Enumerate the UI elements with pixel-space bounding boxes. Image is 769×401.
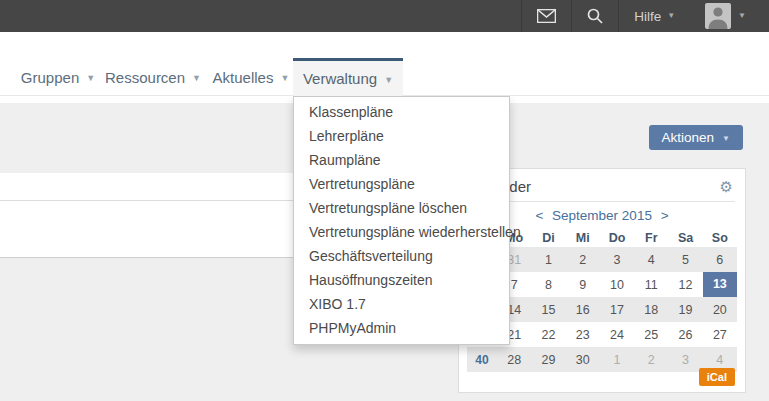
calendar-day[interactable]: 4: [634, 253, 668, 267]
chevron-down-icon: ▼: [86, 73, 95, 83]
topbar: Hilfe ▼ ▼: [0, 0, 769, 32]
chevron-down-icon: ▼: [667, 12, 675, 20]
verwaltung-dropdown: KlassenpläneLehrerpläneRaumpläneVertretu…: [293, 96, 510, 345]
week-number[interactable]: 40: [467, 353, 497, 367]
weekday-label: Do: [600, 231, 634, 245]
calendar-day[interactable]: 15: [531, 303, 565, 317]
weekday-label: Fr: [634, 231, 668, 245]
navbar: Gruppen ▼ Ressourcen ▼ Aktuelles ▼ Verwa…: [0, 32, 769, 96]
dropdown-item[interactable]: Vertretungspläne wiederherstellen: [294, 220, 509, 244]
app-window: Hilfe ▼ ▼ Gruppen ▼ Ressourcen ▼ Aktuell…: [0, 0, 769, 401]
nav-item-label: Aktuelles: [213, 69, 274, 86]
dropdown-item[interactable]: PHPMyAdmin: [294, 316, 509, 340]
dropdown-item[interactable]: Geschäftsverteilung: [294, 244, 509, 268]
search-icon: [587, 8, 603, 24]
month-label: September 2015: [552, 208, 652, 223]
nav-item-verwaltung[interactable]: Verwaltung ▼: [293, 58, 403, 96]
calendar-day[interactable]: 1: [600, 353, 634, 367]
calendar-day[interactable]: 6: [703, 253, 737, 267]
calendar-day[interactable]: 25: [634, 328, 668, 342]
calendar-day[interactable]: 19: [668, 303, 702, 317]
calendar-week-row: 402829301234: [467, 347, 737, 372]
help-label: Hilfe: [634, 9, 661, 24]
calendar-day[interactable]: 22: [531, 328, 565, 342]
nav-item-ressourcen[interactable]: Ressourcen ▼: [104, 58, 202, 96]
ical-button[interactable]: iCal: [699, 368, 735, 386]
user-menu[interactable]: ▼: [690, 0, 761, 32]
search-button[interactable]: [571, 0, 618, 32]
mail-button[interactable]: [521, 0, 571, 32]
calendar-footer: iCal: [699, 367, 735, 386]
calendar-day-selected[interactable]: 13: [703, 272, 737, 297]
help-menu[interactable]: Hilfe ▼: [618, 0, 690, 32]
chevron-down-icon: ▼: [192, 73, 201, 83]
avatar: [705, 3, 731, 29]
weekday-label: Mi: [566, 231, 600, 245]
topbar-actions: Hilfe ▼ ▼: [521, 0, 761, 32]
calendar-day[interactable]: 9: [566, 278, 600, 292]
calendar-day[interactable]: 18: [634, 303, 668, 317]
gear-icon[interactable]: ⚙: [720, 179, 733, 194]
chevron-down-icon: ▼: [280, 73, 289, 83]
calendar-day[interactable]: 5: [668, 253, 702, 267]
mail-icon: [537, 9, 556, 23]
nav-item-label: Ressourcen: [105, 69, 185, 86]
prev-month-button[interactable]: <: [535, 208, 543, 223]
calendar-day[interactable]: 2: [566, 253, 600, 267]
dropdown-item[interactable]: Klassenpläne: [294, 100, 509, 124]
nav-item-label: Verwaltung: [303, 70, 377, 87]
next-month-button[interactable]: >: [661, 208, 669, 223]
calendar-day[interactable]: 3: [600, 253, 634, 267]
calendar-day[interactable]: 23: [566, 328, 600, 342]
calendar-day[interactable]: 27: [703, 328, 737, 342]
weekday-label: So: [703, 231, 737, 245]
weekday-label: Di: [531, 231, 565, 245]
calendar-day[interactable]: 29: [531, 353, 565, 367]
dropdown-item[interactable]: Vertretungspläne löschen: [294, 196, 509, 220]
calendar-day[interactable]: 16: [566, 303, 600, 317]
aktionen-button[interactable]: Aktionen ▼: [649, 125, 743, 150]
dropdown-item[interactable]: Hausöffnungszeiten: [294, 268, 509, 292]
calendar-day[interactable]: 17: [600, 303, 634, 317]
dropdown-item[interactable]: XIBO 1.7: [294, 292, 509, 316]
chevron-down-icon: ▼: [722, 134, 730, 143]
calendar-day[interactable]: 4: [703, 353, 737, 367]
calendar-day[interactable]: 10: [600, 278, 634, 292]
calendar-day[interactable]: 2: [634, 353, 668, 367]
calendar-day[interactable]: 8: [531, 278, 565, 292]
calendar-day[interactable]: 1: [531, 253, 565, 267]
nav-item-gruppen[interactable]: Gruppen ▼: [14, 58, 102, 96]
calendar-day[interactable]: 28: [497, 353, 531, 367]
calendar-day[interactable]: 26: [668, 328, 702, 342]
calendar-day[interactable]: 12: [668, 278, 702, 292]
chevron-down-icon: ▼: [738, 12, 746, 20]
nav-item-aktuelles[interactable]: Aktuelles ▼: [208, 58, 294, 96]
weekday-label: Sa: [668, 231, 702, 245]
chevron-down-icon: ▼: [384, 75, 393, 85]
aktionen-label: Aktionen: [662, 130, 715, 145]
nav-item-label: Gruppen: [21, 69, 79, 86]
dropdown-item[interactable]: Lehrerpläne: [294, 124, 509, 148]
calendar-day[interactable]: 3: [668, 353, 702, 367]
calendar-day[interactable]: 24: [600, 328, 634, 342]
dropdown-item[interactable]: Vertretungspläne: [294, 172, 509, 196]
dropdown-item[interactable]: Raumpläne: [294, 148, 509, 172]
calendar-day[interactable]: 11: [634, 278, 668, 292]
calendar-day[interactable]: 30: [566, 353, 600, 367]
calendar-day[interactable]: 20: [703, 303, 737, 317]
